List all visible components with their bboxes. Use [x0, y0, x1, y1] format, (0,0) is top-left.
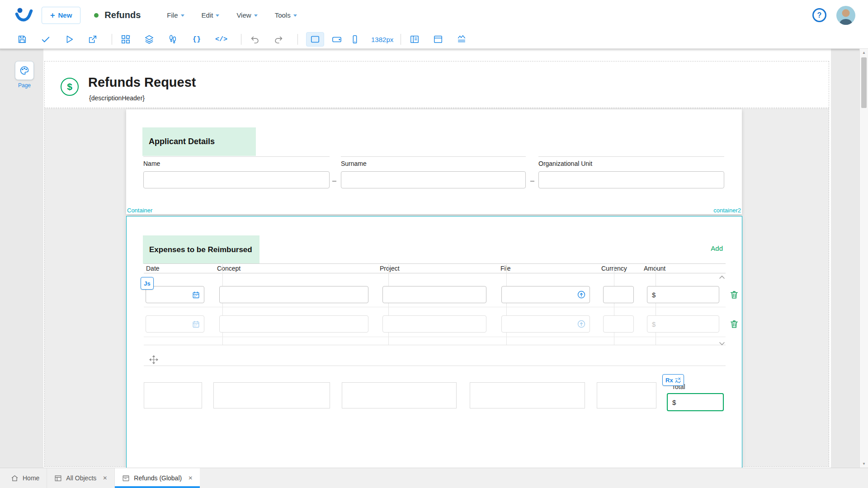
file-input-row2[interactable]	[501, 315, 590, 333]
vertical-scrollbar[interactable]: ▲ ▼	[859, 49, 868, 468]
design-canvas: Page $ Refunds Request {descriptionHeade…	[0, 49, 859, 468]
file-input-row1[interactable]	[501, 286, 590, 303]
project-input[interactable]	[383, 316, 486, 332]
amount-input[interactable]	[656, 286, 719, 303]
bindings-braces-icon[interactable]: {}	[191, 34, 203, 45]
close-icon[interactable]: ✕	[188, 475, 193, 481]
concept-input-row2[interactable]	[219, 315, 368, 333]
chevron-down-icon	[216, 14, 219, 17]
fields-panel-icon[interactable]	[456, 34, 467, 45]
delete-row-icon[interactable]	[729, 319, 739, 329]
tab-refunds-global[interactable]: Refunds (Global) ✕	[115, 468, 200, 488]
container-tag[interactable]: Container	[127, 207, 152, 214]
upload-icon[interactable]	[577, 290, 586, 299]
rx-formula-badge[interactable]: Rx	[662, 374, 684, 386]
desktop-view-button[interactable]	[306, 32, 324, 47]
date-input[interactable]	[146, 316, 192, 332]
menu-file-label: File	[167, 11, 178, 19]
column-divider	[656, 263, 656, 345]
currency-input[interactable]	[604, 286, 633, 303]
total-amount-input[interactable]: $	[667, 393, 724, 411]
container2-tag[interactable]: container2	[713, 207, 741, 214]
new-button[interactable]: + New	[42, 7, 80, 24]
avatar[interactable]	[836, 6, 855, 25]
expenses-section-header[interactable]: Expenses to be Reimbursed	[143, 235, 259, 264]
file-input[interactable]	[502, 286, 577, 303]
currency-input-row2[interactable]	[603, 315, 634, 333]
js-script-badge[interactable]: Js	[141, 277, 154, 290]
help-icon[interactable]: ?	[812, 8, 826, 22]
collapse-up-icon[interactable]	[718, 274, 726, 281]
new-button-label: New	[58, 11, 72, 19]
total-cell[interactable]	[470, 382, 585, 408]
column-header-file: File	[500, 265, 511, 272]
redo-icon[interactable]	[273, 34, 284, 45]
validate-check-icon[interactable]	[40, 34, 51, 45]
formula-icon	[675, 377, 681, 383]
objects-icon	[54, 474, 62, 482]
tablet-view-button[interactable]	[331, 34, 342, 45]
calendar-icon[interactable]	[192, 320, 200, 328]
applicant-section-header[interactable]: Applicant Details	[142, 127, 256, 156]
delete-row-icon[interactable]	[729, 290, 739, 300]
total-cell[interactable]	[342, 382, 457, 408]
code-icon[interactable]: </>	[215, 34, 227, 45]
date-input-row1[interactable]	[146, 286, 204, 303]
tab-home[interactable]: Home	[4, 468, 47, 488]
scrollbar-thumb[interactable]	[861, 57, 867, 108]
org-unit-input[interactable]	[538, 171, 724, 188]
preview-play-icon[interactable]	[64, 34, 75, 45]
project-input-row1[interactable]	[382, 286, 486, 303]
page-palette-item[interactable]	[15, 61, 34, 80]
name-input[interactable]	[143, 171, 330, 188]
amount-input-row2[interactable]: $	[647, 315, 719, 333]
currency-input-row1[interactable]	[603, 286, 634, 303]
amount-input[interactable]	[656, 316, 719, 332]
surname-input[interactable]	[341, 171, 526, 188]
total-cell[interactable]	[144, 382, 202, 408]
project-input[interactable]	[383, 286, 486, 303]
total-input[interactable]	[676, 394, 723, 410]
project-input-row2[interactable]	[382, 315, 486, 333]
concept-input-row1[interactable]	[219, 286, 368, 303]
amount-input-row1[interactable]: $	[647, 286, 719, 303]
concept-input[interactable]	[220, 286, 368, 303]
column-divider	[222, 263, 223, 345]
layout-panel-icon[interactable]	[409, 34, 420, 45]
currency-input[interactable]	[604, 316, 633, 332]
layers-icon[interactable]	[144, 34, 155, 45]
calendar-icon[interactable]	[192, 291, 200, 299]
undo-icon[interactable]	[250, 34, 260, 45]
mobile-view-button[interactable]	[349, 34, 360, 45]
total-cell[interactable]	[213, 382, 330, 408]
menu-view[interactable]: View	[236, 11, 257, 19]
column-header-project: Project	[380, 265, 400, 272]
widgets-icon[interactable]	[120, 34, 131, 45]
total-cell[interactable]	[597, 382, 656, 408]
scroll-down-icon[interactable]: ▼	[860, 460, 868, 468]
file-input[interactable]	[502, 316, 577, 332]
save-icon[interactable]	[17, 34, 28, 45]
drag-move-handle[interactable]	[149, 355, 158, 364]
expenses-table-header: Date Concept Project File Currency Amoun…	[144, 263, 726, 273]
menu-file[interactable]: File	[167, 11, 184, 19]
tab-all-objects[interactable]: All Objects ✕	[47, 468, 115, 488]
column-divider	[388, 263, 389, 345]
field-name: Name	[143, 156, 330, 188]
concept-input[interactable]	[220, 316, 368, 332]
publish-icon[interactable]	[87, 34, 98, 45]
scroll-up-icon[interactable]: ▲	[860, 49, 868, 56]
menu-view-label: View	[236, 11, 251, 19]
menu-tools[interactable]: Tools	[275, 11, 297, 19]
close-icon[interactable]: ✕	[103, 475, 107, 481]
upload-icon[interactable]	[577, 319, 586, 328]
applicant-card: Applicant Details Name Surname Organizat…	[126, 109, 742, 214]
menu-edit[interactable]: Edit	[202, 11, 220, 19]
collapse-down-icon[interactable]	[718, 340, 726, 347]
field-surname-label: Surname	[341, 160, 526, 167]
date-input-row2[interactable]	[146, 315, 204, 333]
window-panel-icon[interactable]	[433, 34, 443, 45]
add-row-button[interactable]: Add	[711, 244, 723, 252]
steps-footprints-icon[interactable]	[167, 34, 178, 45]
app-logo-icon[interactable]	[14, 6, 34, 24]
